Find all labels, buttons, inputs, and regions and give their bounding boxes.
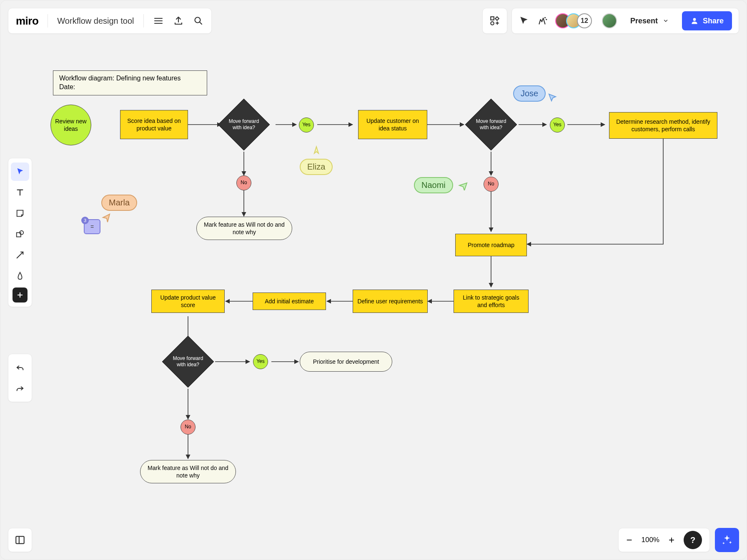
node-mark1[interactable]: Mark feature as Will not do and note why (196, 217, 292, 240)
node-estimate-label: Add initial estimate (265, 298, 314, 305)
node-yes1[interactable]: Yes (299, 118, 314, 132)
cursor-naomi-label: Naomi (414, 177, 453, 193)
node-define[interactable]: Define user requirements (353, 290, 428, 313)
comment-icon[interactable]: =3 (84, 219, 100, 234)
node-decide1[interactable]: Move forward with idea? (218, 99, 270, 150)
title-line1: Workflow diagram: Defining new features (59, 74, 201, 83)
canvas[interactable]: Workflow diagram: Defining new features … (0, 0, 747, 560)
node-define-label: Define user requirements (357, 298, 423, 305)
node-promote[interactable]: Promote roadmap (455, 234, 527, 256)
node-yes3[interactable]: Yes (253, 354, 268, 369)
node-no3[interactable]: No (180, 420, 196, 435)
node-no2[interactable]: No (484, 177, 499, 192)
node-decide1-label: Move forward with idea? (226, 118, 262, 131)
cursor-marla-label: Marla (101, 195, 137, 211)
node-yes3-label: Yes (256, 358, 265, 365)
node-decide2[interactable]: Move forward with idea? (465, 99, 517, 150)
node-research-label: Determine research method, identify cust… (614, 118, 713, 133)
cursor-pointer-icon (547, 93, 557, 103)
node-estimate[interactable]: Add initial estimate (253, 292, 326, 310)
node-mark2-label: Mark feature as Will not do and note why (146, 464, 230, 479)
node-no3-label: No (185, 424, 191, 430)
cursor-naomi: Naomi (414, 177, 468, 193)
node-promote-label: Promote roadmap (468, 241, 514, 249)
cursor-jose-label: Jose (513, 85, 546, 102)
cursor-eliza: Eliza (300, 145, 333, 175)
title-box[interactable]: Workflow diagram: Defining new features … (53, 70, 207, 95)
node-link[interactable]: Link to strategic goals and efforts (454, 290, 529, 313)
cursor-eliza-label: Eliza (300, 159, 333, 175)
comment-badge: 3 (81, 217, 89, 224)
node-no2-label: No (488, 181, 494, 188)
node-decide3[interactable]: Move forward with idea? (162, 336, 214, 388)
node-decide2-label: Move forward with idea? (473, 118, 509, 131)
cursor-pointer-icon (101, 212, 111, 222)
node-no1[interactable]: No (236, 175, 251, 190)
node-score-label: Score idea based on product value (125, 117, 183, 132)
node-update-customer[interactable]: Update customer on idea status (358, 110, 427, 139)
node-research[interactable]: Determine research method, identify cust… (609, 112, 717, 139)
cursor-pointer-icon (458, 180, 468, 190)
node-prioritise[interactable]: Prioritise for development (300, 352, 392, 372)
node-decide3-label: Move forward with idea? (170, 355, 206, 368)
node-prioritise-label: Prioritise for development (313, 358, 379, 365)
cursor-marla: Marla (101, 195, 137, 222)
node-update-score[interactable]: Update product value score (151, 290, 225, 313)
node-yes2[interactable]: Yes (550, 118, 565, 132)
cursor-jose: Jose (513, 84, 557, 103)
node-start-label: Review new ideas (51, 118, 91, 132)
node-mark1-label: Mark feature as Will not do and note why (203, 221, 286, 236)
node-link-label: Link to strategic goals and efforts (458, 294, 524, 309)
node-score[interactable]: Score idea based on product value (120, 110, 188, 139)
node-update-score-label: Update product value score (156, 294, 220, 309)
node-mark2[interactable]: Mark feature as Will not do and note why (140, 460, 236, 483)
node-start[interactable]: Review new ideas (50, 105, 91, 145)
cursor-pointer-icon (311, 145, 321, 155)
title-line2: Date: (59, 83, 201, 92)
node-no1-label: No (241, 180, 247, 186)
node-yes2-label: Yes (553, 122, 562, 128)
node-update-customer-label: Update customer on idea status (363, 117, 423, 132)
node-yes1-label: Yes (302, 122, 311, 128)
